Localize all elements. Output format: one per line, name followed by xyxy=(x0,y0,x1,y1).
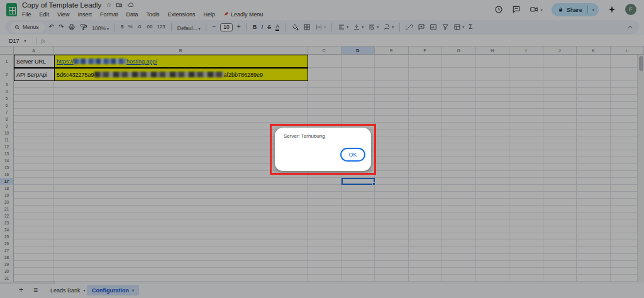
google-sheets-app: Copy of Template Leadly ☆ File Edit View… xyxy=(0,0,644,298)
red-annotation-rectangle xyxy=(270,124,376,175)
